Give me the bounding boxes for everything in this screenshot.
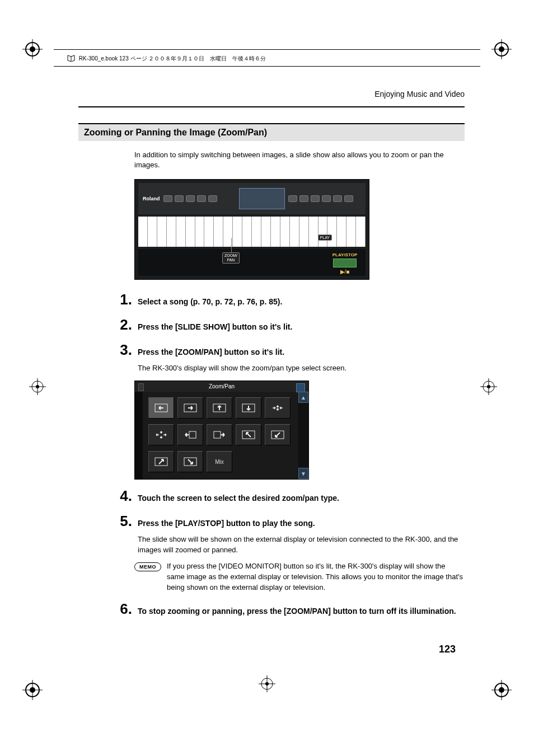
memo-text: If you press the [VIDEO MONITOR] button … xyxy=(167,561,465,593)
mix-label: Mix xyxy=(215,459,224,465)
screen-left-strip xyxy=(135,392,143,479)
screen-scrollbar: ▲ ▼ xyxy=(298,392,308,479)
pan-up-icon xyxy=(207,397,232,419)
step-number: 6. xyxy=(112,600,132,618)
figure-callouts: ZOOM/ PAN PLAY PLAY/STOP ▶/■ xyxy=(138,249,366,276)
mix-button: Mix xyxy=(207,451,232,472)
svg-rect-34 xyxy=(214,431,221,438)
diagonal-up-left-icon xyxy=(236,424,261,445)
play-stop-callout: PLAY/STOP ▶/■ xyxy=(329,252,361,275)
panel-button-icon xyxy=(311,195,320,202)
screen-title: Zoom/Pan xyxy=(135,381,308,392)
zoom-pan-callout-label: ZOOM/ PAN xyxy=(222,252,240,263)
step-2: 2. Press the [SLIDE SHOW] button so it's… xyxy=(112,316,465,334)
panel-button-icon xyxy=(208,195,217,202)
meta-rule xyxy=(54,66,480,67)
step-heading: To stop zooming or panning, press the [Z… xyxy=(138,606,465,617)
book-meta-line: RK-300_e.book 123 ページ ２００８年９月１０日 水曜日 午後４… xyxy=(67,55,266,63)
play-stop-label: PLAY/STOP xyxy=(329,252,361,257)
registration-mark-icon xyxy=(480,378,505,403)
play-stop-glyph: ▶/■ xyxy=(329,269,361,275)
panel-button-icon xyxy=(288,195,297,202)
panel-button-icon xyxy=(299,195,308,202)
diagonal-down-left-icon xyxy=(265,424,291,445)
pan-left-icon xyxy=(148,397,174,419)
svg-point-27 xyxy=(265,682,269,685)
panel-button-icon xyxy=(322,195,331,202)
step-number: 2. xyxy=(112,316,132,334)
step-heading: Select a song (p. 70, p. 72, p. 76, p. 8… xyxy=(138,297,465,308)
pan-down-icon xyxy=(236,397,261,419)
keyboard-figure: Roland xyxy=(134,179,369,280)
screen-body: Mix ▲ ▼ xyxy=(135,392,308,479)
step-3: 3. Press the [ZOOM/PAN] button so it's l… xyxy=(112,341,465,359)
panel-button-icon xyxy=(344,195,353,202)
crop-mark-icon xyxy=(22,39,47,64)
keyboard-panel-right xyxy=(288,195,361,202)
step-number: 3. xyxy=(112,341,132,359)
crop-mark-icon xyxy=(22,675,47,700)
piano-keys-icon xyxy=(138,217,366,247)
keyboard-panel: Roland xyxy=(138,183,366,214)
page: RK-300_e.book 123 ページ ２００８年９月１０日 水曜日 午後４… xyxy=(0,0,534,756)
panel-button-icon xyxy=(186,195,195,202)
step-6: 6. To stop zooming or panning, press the… xyxy=(112,600,465,618)
panel-button-icon xyxy=(333,195,342,202)
registration-mark-icon xyxy=(29,378,54,403)
meta-rule xyxy=(54,49,480,50)
step-heading: Press the [SLIDE SHOW] button so it's li… xyxy=(138,322,465,333)
registration-mark-icon xyxy=(259,675,283,700)
panel-button-icon xyxy=(175,195,184,202)
zoom-pan-screen-figure: Zoom/Pan xyxy=(134,381,309,480)
step-1: 1. Select a song (p. 70, p. 72, p. 76, p… xyxy=(112,291,465,308)
scroll-up-icon: ▲ xyxy=(298,392,308,403)
callout-line-icon xyxy=(231,238,232,252)
section-intro: In addition to simply switching between … xyxy=(134,150,459,170)
step-number: 1. xyxy=(112,291,132,308)
zoom-pan-grid: Mix xyxy=(143,392,298,479)
panel-button-icon xyxy=(163,195,172,202)
step-heading: Press the [PLAY/STOP] button to play the… xyxy=(138,518,465,529)
running-head: Enjoying Music and Video xyxy=(78,90,465,98)
play-stop-button-icon xyxy=(333,259,357,267)
keyboard-brand: Roland xyxy=(143,196,160,201)
pan-push-left-icon xyxy=(177,424,203,445)
keyboard-panel-left xyxy=(163,195,236,202)
svg-point-19 xyxy=(36,385,39,388)
section-title: Zooming or Panning the Image (Zoom/Pan) xyxy=(78,123,465,141)
step-heading: Press the [ZOOM/PAN] button so it's lit. xyxy=(138,347,465,358)
panel-button-icon xyxy=(197,195,206,202)
step-number: 5. xyxy=(112,513,132,530)
book-meta-text: RK-300_e.book 123 ページ ２００８年９月１０日 水曜日 午後４… xyxy=(79,55,266,62)
header-rule xyxy=(78,106,465,107)
step-heading: Touch the screen to select the desired z… xyxy=(138,493,465,504)
book-icon xyxy=(67,55,77,62)
step-number: 4. xyxy=(112,487,132,505)
crop-mark-icon xyxy=(487,39,512,64)
panel-lcd-icon xyxy=(239,188,285,209)
step-paragraph: The RK-300's display will show the zoom/… xyxy=(138,363,462,374)
svg-point-23 xyxy=(487,385,490,388)
page-number: 123 xyxy=(439,644,456,655)
pan-push-right-icon xyxy=(207,424,232,445)
crop-mark-icon xyxy=(487,675,512,700)
diagonal-up-right-icon xyxy=(148,451,174,472)
scroll-track xyxy=(298,403,308,468)
pan-right-icon xyxy=(177,397,203,419)
step-5: 5. Press the [PLAY/STOP] button to play … xyxy=(112,513,465,530)
play-callout-label: PLAY xyxy=(318,234,332,241)
memo-block: MEMO If you press the [VIDEO MONITOR] bu… xyxy=(134,561,465,593)
step-paragraph: The slide show will be shown on the exte… xyxy=(138,534,462,556)
pan-center-out-icon xyxy=(148,424,174,445)
svg-rect-33 xyxy=(189,431,196,438)
diagonal-down-right-icon xyxy=(177,451,203,472)
scroll-down-icon: ▼ xyxy=(298,468,308,479)
memo-badge: MEMO xyxy=(134,562,161,571)
pan-center-in-icon xyxy=(265,397,291,419)
step-4: 4. Touch the screen to select the desire… xyxy=(112,487,465,505)
keyboard-illustration: Roland xyxy=(138,183,366,276)
content-area: Enjoying Music and Video Zooming or Pann… xyxy=(78,90,465,620)
